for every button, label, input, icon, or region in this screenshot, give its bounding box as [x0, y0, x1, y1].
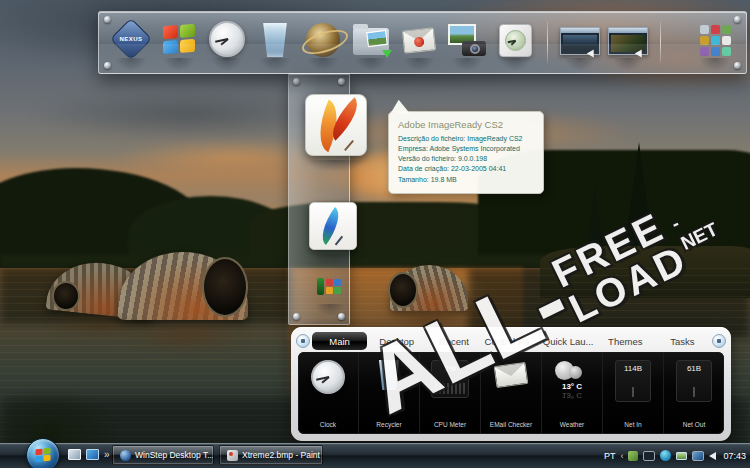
- tab-desktop[interactable]: Desktop: [369, 332, 424, 350]
- screw-icon: [104, 16, 111, 23]
- dock-item-mail[interactable]: [399, 12, 439, 74]
- screw-icon: [293, 313, 300, 320]
- temperature-value: 13° C: [552, 382, 592, 391]
- envelope-icon: [494, 362, 529, 388]
- mini-grid-icon: [326, 279, 341, 294]
- widget-tab-bar: Main Desktop Recent Control Pa... Quick …: [294, 329, 728, 352]
- dock-item-photo-frame[interactable]: [495, 12, 535, 74]
- cpu-meter-icon: 2%: [431, 360, 469, 398]
- widget-label: Net In: [624, 421, 641, 428]
- volume-icon[interactable]: [709, 452, 716, 460]
- show-desktop-icon[interactable]: [68, 449, 81, 460]
- feather-icon: [314, 207, 347, 245]
- tray-icon-blue-orb[interactable]: [660, 450, 671, 461]
- screw-icon: [338, 78, 345, 85]
- widget-net-out[interactable]: 61B Net Out: [663, 352, 724, 434]
- widget-cpu-meter[interactable]: 2% CPU Meter: [419, 352, 480, 434]
- pipe-reflection: [48, 312, 150, 338]
- taskbar-button-winstep[interactable]: WinStep Desktop T...: [112, 445, 214, 465]
- window-preview-icon: [560, 27, 600, 55]
- tray-collapse-chevron[interactable]: ‹: [620, 451, 623, 461]
- recycle-bin-icon: [377, 360, 401, 390]
- tray-icon-battery[interactable]: [676, 452, 687, 460]
- winstep-app-icon: [120, 450, 131, 461]
- dock-divider: [547, 21, 548, 63]
- dock-item-internet[interactable]: [303, 12, 343, 74]
- widget-clock[interactable]: Clock: [298, 352, 358, 434]
- side-dock: [288, 73, 350, 325]
- paint-app-icon: [227, 450, 238, 461]
- culvert-opening: [388, 272, 418, 308]
- tooltip-line: Versão do ficheiro: 9.0.0.198: [398, 154, 534, 164]
- tab-quick-launch[interactable]: Quick Lau...: [541, 332, 596, 350]
- screw-icon: [104, 62, 111, 69]
- dock-item-window-preview-2[interactable]: [608, 12, 648, 74]
- net-out-value: 61B: [677, 364, 711, 373]
- globe-icon: [306, 23, 340, 57]
- net-graph-icon: 61B: [676, 360, 712, 402]
- widget-label: Net Out: [683, 421, 705, 428]
- dock-item-pictures-folder[interactable]: [351, 12, 391, 74]
- dock-item-windows-start[interactable]: [159, 12, 199, 74]
- mail-icon: [402, 27, 436, 53]
- culvert-opening: [202, 257, 248, 317]
- dock-item-camera[interactable]: [447, 12, 487, 74]
- side-dock-item-app-cluster[interactable]: [317, 272, 342, 299]
- screw-icon: [293, 78, 300, 85]
- start-button[interactable]: [26, 438, 60, 468]
- tab-themes[interactable]: Themes: [598, 332, 653, 350]
- tab-control-panel[interactable]: Control Pa...: [483, 332, 538, 350]
- widget-recycler[interactable]: Recycler: [358, 352, 419, 434]
- tray-icon-green-app[interactable]: [628, 451, 638, 461]
- window-preview-icon: [608, 27, 648, 55]
- widget-label: Recycler: [376, 421, 401, 428]
- dock-item-clock[interactable]: [207, 12, 247, 74]
- panel-options-button[interactable]: [712, 334, 726, 348]
- net-graph-icon: 114B: [615, 360, 651, 402]
- culvert-opening: [52, 281, 80, 311]
- icons-grid-icon: [700, 25, 731, 74]
- quick-launch-app-icon[interactable]: [86, 449, 99, 460]
- panel-menu-button[interactable]: [296, 334, 310, 348]
- widget-label: Weather: [560, 421, 584, 428]
- widget-net-in[interactable]: 114B Net In: [602, 352, 663, 434]
- overflow-chevron[interactable]: »: [104, 449, 110, 460]
- tray-clock[interactable]: 07:43: [723, 451, 746, 461]
- taskbar-button-paint[interactable]: Xtreme2.bmp - Paint: [219, 445, 323, 465]
- cpu-value: 2%: [432, 364, 468, 373]
- widget-panel-content: Clock Recycler 2% CPU Meter EMail Checke…: [298, 352, 724, 434]
- taskbar-button-label: WinStep Desktop T...: [135, 450, 214, 460]
- dock-item-nexus[interactable]: NEXUS: [111, 12, 151, 74]
- icon-reflection: [307, 160, 365, 172]
- windows-flag-icon: [163, 24, 195, 54]
- analog-clock-icon: [209, 21, 245, 57]
- widget-label: EMail Checker: [490, 421, 532, 428]
- photo-frame-clock-icon: [499, 24, 532, 57]
- dock-item-recycle-bin[interactable]: [255, 12, 295, 74]
- icon-reflection: [315, 304, 345, 316]
- system-tray: PT ‹ 07:43: [604, 443, 746, 468]
- language-indicator[interactable]: PT: [604, 451, 616, 461]
- dock-item-desktop-icons[interactable]: [695, 12, 735, 74]
- side-dock-item-feather-app[interactable]: [309, 202, 357, 250]
- tray-icon-display[interactable]: [643, 451, 655, 461]
- file-info-tooltip: Adobe ImageReady CS2 Descrição do fichei…: [388, 111, 544, 194]
- dock-item-window-preview-1[interactable]: [560, 12, 600, 74]
- widget-label: CPU Meter: [434, 421, 466, 428]
- tooltip-title: Adobe ImageReady CS2: [398, 119, 534, 130]
- widget-panel: Main Desktop Recent Control Pa... Quick …: [291, 327, 731, 441]
- tab-main[interactable]: Main: [312, 332, 367, 350]
- screw-icon: [734, 62, 741, 69]
- tooltip-line: Empresa: Adobe Systems Incorporated: [398, 144, 534, 154]
- taskbar-button-label: Xtreme2.bmp - Paint: [242, 450, 320, 460]
- tooltip-line: Descrição do ficheiro: ImageReady CS2: [398, 134, 534, 144]
- side-dock-item-imageready[interactable]: [305, 94, 367, 156]
- tab-tasks[interactable]: Tasks: [655, 332, 710, 350]
- windows-flag-icon: [36, 448, 51, 463]
- tab-recent[interactable]: Recent: [426, 332, 481, 350]
- widget-weather[interactable]: 13° C 13° C Weather: [541, 352, 602, 434]
- nexus-logo-icon: NEXUS: [110, 18, 152, 60]
- taskbar: » WinStep Desktop T... Xtreme2.bmp - Pai…: [0, 443, 750, 468]
- widget-email-checker[interactable]: EMail Checker: [480, 352, 541, 434]
- tray-icon-network[interactable]: [692, 451, 704, 461]
